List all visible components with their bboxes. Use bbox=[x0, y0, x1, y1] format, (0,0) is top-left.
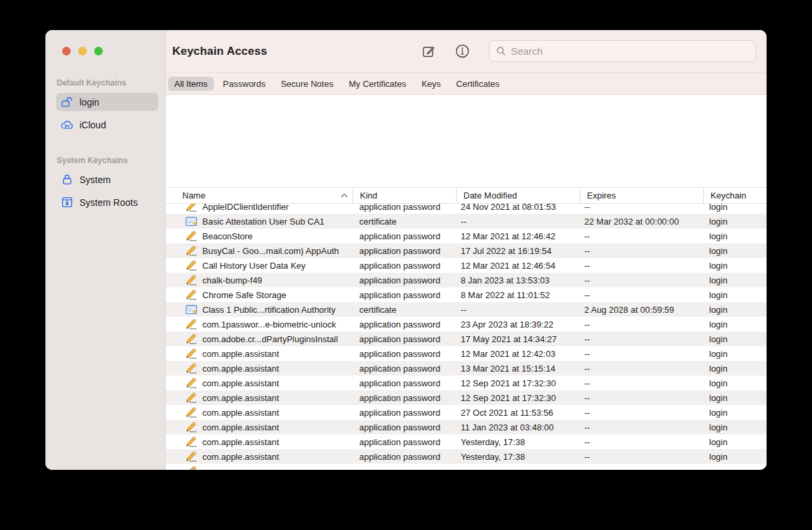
item-keychain: login bbox=[703, 217, 767, 227]
item-keychain: login bbox=[703, 231, 767, 241]
table-row[interactable]: com.adobe.cr...dPartyPluginsInstall appl… bbox=[166, 332, 767, 346]
toolbar-buttons bbox=[421, 43, 470, 59]
item-kind: certificate bbox=[353, 217, 456, 227]
certificate-icon bbox=[186, 216, 197, 227]
item-date-modified: 17 Jul 2022 at 16:19:54 bbox=[456, 246, 580, 256]
item-keychain: login bbox=[703, 319, 767, 329]
item-kind: application password bbox=[353, 393, 456, 403]
column-header-keychain[interactable]: Keychain bbox=[703, 188, 767, 203]
minimize-button[interactable] bbox=[78, 47, 87, 55]
column-header-expires[interactable]: Expires bbox=[580, 188, 703, 203]
detail-pane-empty bbox=[166, 95, 767, 187]
table-row[interactable]: AppleIDClientIdentifier application pass… bbox=[166, 204, 767, 214]
password-icon bbox=[186, 348, 197, 360]
table-row[interactable]: com.apple.assistant application password… bbox=[166, 405, 767, 420]
item-expires: 22 Mar 2032 at 00:00:00 bbox=[580, 217, 703, 227]
table-row[interactable]: Call History User Data Key application p… bbox=[166, 258, 767, 273]
table-row[interactable]: com.1passwor...e-biometric-unlock applic… bbox=[166, 317, 767, 332]
item-keychain: login bbox=[703, 452, 767, 462]
sidebar: Default Keychains login iCloud System Ke… bbox=[45, 30, 166, 470]
item-keychain: login bbox=[703, 305, 767, 315]
table-row[interactable] bbox=[166, 464, 767, 470]
password-icon bbox=[186, 204, 197, 213]
main-pane: Keychain Access bbox=[166, 30, 767, 470]
item-date-modified: Yesterday, 17:38 bbox=[456, 452, 580, 462]
sidebar-item[interactable]: iCloud bbox=[56, 116, 158, 134]
password-icon bbox=[186, 245, 197, 257]
item-expires: -- bbox=[580, 393, 703, 403]
tab[interactable]: My Certificates bbox=[343, 77, 412, 91]
column-header-date-modified[interactable]: Date Modified bbox=[456, 188, 580, 203]
item-name: com.apple.assistant bbox=[202, 364, 279, 374]
item-kind: application password bbox=[353, 275, 456, 285]
item-kind: application password bbox=[353, 261, 456, 271]
table-row[interactable]: com.apple.assistant application password… bbox=[166, 376, 767, 390]
sidebar-item[interactable]: System Roots bbox=[56, 193, 158, 211]
password-icon bbox=[186, 319, 197, 330]
search-input[interactable] bbox=[511, 45, 749, 57]
compose-button[interactable] bbox=[421, 43, 437, 59]
table-row[interactable]: chalk-bump-f49 application password 8 Ja… bbox=[166, 273, 767, 287]
item-kind: application password bbox=[353, 422, 456, 432]
item-expires: -- bbox=[580, 246, 703, 256]
table-row[interactable]: com.apple.assistant application password… bbox=[166, 449, 767, 464]
item-date-modified: 12 Mar 2021 at 12:42:03 bbox=[456, 349, 580, 359]
table-row[interactable]: Class 1 Public...rtification Authority c… bbox=[166, 302, 767, 317]
table-row[interactable]: Chrome Safe Storage application password… bbox=[166, 287, 767, 302]
cloud-icon bbox=[60, 118, 73, 132]
item-expires: -- bbox=[580, 319, 703, 329]
item-keychain: login bbox=[703, 408, 767, 418]
zoom-button[interactable] bbox=[94, 47, 103, 55]
sort-ascending-icon bbox=[341, 193, 348, 198]
item-name: com.apple.assistant bbox=[202, 422, 279, 432]
table-row[interactable]: com.apple.assistant application password… bbox=[166, 361, 767, 376]
item-kind: application password bbox=[353, 319, 456, 329]
item-kind: application password bbox=[353, 334, 456, 344]
category-tabs: All Items Passwords Secure Notes My Cert… bbox=[166, 73, 767, 95]
item-expires: -- bbox=[580, 349, 703, 359]
table-row[interactable]: com.apple.assistant application password… bbox=[166, 346, 767, 361]
sidebar-item[interactable]: login bbox=[56, 93, 158, 111]
item-expires: -- bbox=[580, 452, 703, 462]
tab[interactable]: Passwords bbox=[217, 77, 272, 91]
item-keychain: login bbox=[703, 364, 767, 374]
item-date-modified: 8 Jan 2023 at 13:53:03 bbox=[456, 275, 580, 285]
lock-icon bbox=[60, 173, 73, 186]
password-icon bbox=[186, 378, 197, 389]
info-button[interactable] bbox=[454, 43, 470, 59]
close-button[interactable] bbox=[62, 47, 71, 55]
table-row[interactable]: com.apple.assistant application password… bbox=[166, 420, 767, 434]
item-name: Class 1 Public...rtification Authority bbox=[202, 305, 335, 315]
column-header-name[interactable]: Name bbox=[166, 188, 353, 203]
item-name: Basic Attestation User Sub CA1 bbox=[202, 217, 325, 227]
password-icon bbox=[186, 363, 197, 374]
item-date-modified: 12 Sep 2021 at 17:32:30 bbox=[456, 378, 580, 388]
item-keychain: login bbox=[703, 378, 767, 388]
sidebar-item-label: iCloud bbox=[79, 120, 106, 130]
table-row[interactable]: com.apple.assistant application password… bbox=[166, 390, 767, 405]
table-row[interactable]: Basic Attestation User Sub CA1 certifica… bbox=[166, 214, 767, 229]
item-kind: application password bbox=[353, 231, 456, 241]
item-date-modified: 23 Apr 2023 at 18:39:22 bbox=[456, 319, 580, 329]
password-icon bbox=[186, 392, 197, 404]
sidebar-section-default-keychains: Default Keychains login iCloud bbox=[45, 78, 165, 134]
table-row[interactable]: BeaconStore application password 12 Mar … bbox=[166, 229, 767, 243]
tab[interactable]: Secure Notes bbox=[274, 77, 339, 91]
item-date-modified: 17 May 2021 at 14:34:27 bbox=[456, 334, 580, 344]
item-expires: -- bbox=[580, 364, 703, 374]
table-row[interactable]: com.apple.assistant application password… bbox=[166, 434, 767, 449]
item-expires: -- bbox=[580, 408, 703, 418]
tab[interactable]: All Items bbox=[168, 77, 214, 91]
item-name: AppleIDClientIdentifier bbox=[202, 204, 288, 212]
sidebar-item[interactable]: System bbox=[56, 170, 158, 188]
table-row[interactable]: BusyCal - Goo...mail.com) AppAuth applic… bbox=[166, 243, 767, 258]
search-field[interactable] bbox=[489, 40, 756, 62]
section-header: System Keychains bbox=[45, 156, 165, 165]
item-expires: -- bbox=[580, 231, 703, 241]
column-header-kind[interactable]: Kind bbox=[353, 188, 456, 203]
tab[interactable]: Certificates bbox=[450, 77, 505, 91]
item-name: com.apple.assistant bbox=[202, 408, 279, 418]
item-keychain: login bbox=[703, 334, 767, 344]
tab[interactable]: Keys bbox=[415, 77, 447, 91]
item-date-modified: Yesterday, 17:38 bbox=[456, 437, 580, 447]
